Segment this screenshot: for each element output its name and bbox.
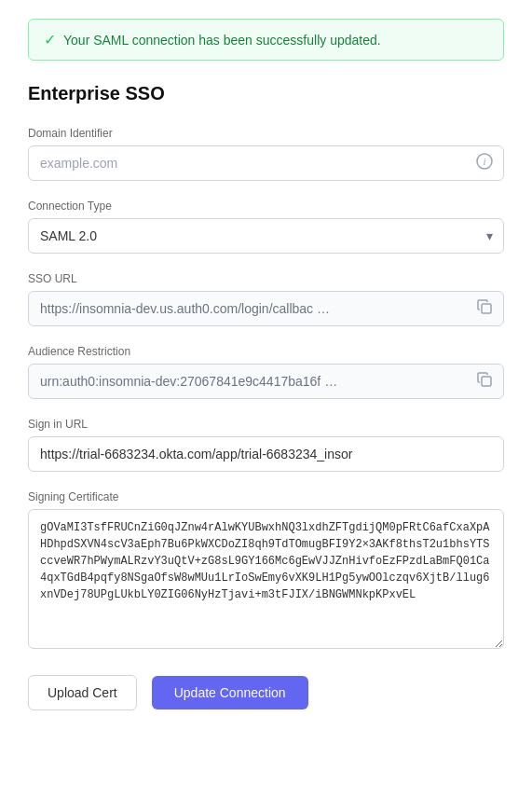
audience-restriction-group: Audience Restriction	[28, 345, 504, 399]
info-icon: i	[476, 153, 493, 173]
signing-certificate-textarea[interactable]: gOVaMI3TsfFRUCnZiG0qJZnw4rAlwKYUBwxhNQ3l…	[28, 509, 504, 649]
connection-type-group: Connection Type SAML 2.0 OIDC ▾	[28, 200, 504, 254]
signing-certificate-label: Signing Certificate	[28, 490, 504, 503]
check-icon: ✓	[44, 31, 56, 48]
page-title: Enterprise SSO	[28, 83, 504, 104]
sign-in-url-group: Sign in URL	[28, 418, 504, 472]
domain-identifier-input[interactable]	[28, 145, 504, 181]
svg-text:i: i	[483, 156, 485, 167]
connection-type-select[interactable]: SAML 2.0 OIDC	[28, 218, 504, 254]
sso-url-input[interactable]	[28, 291, 504, 326]
sign-in-url-label: Sign in URL	[28, 418, 504, 431]
success-banner: ✓ Your SAML connection has been successf…	[28, 19, 504, 61]
domain-identifier-group: Domain Identifier i	[28, 127, 504, 181]
svg-rect-2	[482, 304, 491, 313]
copy-icon-audience[interactable]	[476, 371, 493, 392]
domain-identifier-wrapper: i	[28, 145, 504, 181]
update-connection-button[interactable]: Update Connection	[152, 676, 308, 709]
svg-rect-3	[482, 377, 491, 386]
connection-type-wrapper: SAML 2.0 OIDC ▾	[28, 218, 504, 254]
audience-restriction-input[interactable]	[28, 364, 504, 399]
domain-identifier-label: Domain Identifier	[28, 127, 504, 140]
signing-certificate-group: Signing Certificate gOVaMI3TsfFRUCnZiG0q…	[28, 490, 504, 653]
success-message: Your SAML connection has been successful…	[63, 33, 381, 48]
sso-url-group: SSO URL	[28, 272, 504, 326]
upload-cert-button[interactable]: Upload Cert	[28, 675, 137, 710]
audience-restriction-label: Audience Restriction	[28, 345, 504, 358]
sso-url-wrapper	[28, 291, 504, 326]
sso-url-label: SSO URL	[28, 272, 504, 285]
sign-in-url-input[interactable]	[28, 436, 504, 472]
copy-icon[interactable]	[476, 298, 493, 319]
connection-type-label: Connection Type	[28, 200, 504, 213]
audience-restriction-wrapper	[28, 364, 504, 399]
action-buttons-row: Upload Cert Update Connection	[28, 675, 504, 710]
